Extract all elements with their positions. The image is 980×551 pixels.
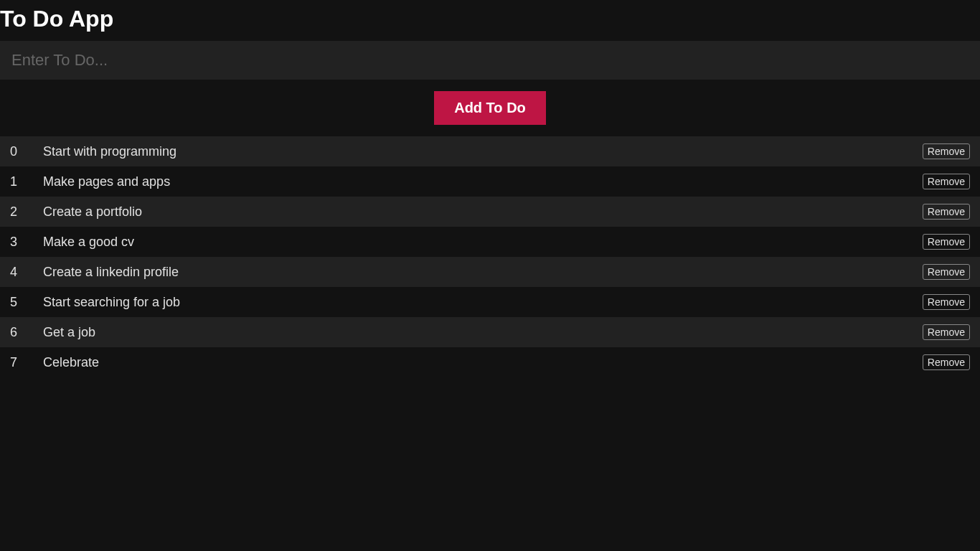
list-item: 2Create a portfolioRemove — [0, 197, 980, 227]
list-item: 5Start searching for a jobRemove — [0, 287, 980, 317]
list-item: 0Start with programmingRemove — [0, 136, 980, 166]
todo-input-container — [0, 41, 980, 80]
todo-text: Make a good cv — [43, 235, 923, 250]
todo-index: 2 — [10, 204, 43, 220]
todo-text: Start with programming — [43, 144, 923, 159]
remove-button[interactable]: Remove — [923, 204, 970, 220]
todo-index: 6 — [10, 325, 43, 340]
todo-index: 4 — [10, 265, 43, 280]
todo-text: Make pages and apps — [43, 174, 923, 189]
page-title: To Do App — [0, 0, 980, 41]
remove-button[interactable]: Remove — [923, 234, 970, 250]
todo-text: Start searching for a job — [43, 295, 923, 310]
todo-text: Create a linkedin profile — [43, 265, 923, 280]
todo-input[interactable] — [0, 41, 980, 80]
todo-text: Celebrate — [43, 355, 923, 370]
remove-button[interactable]: Remove — [923, 174, 970, 189]
list-item: 4Create a linkedin profileRemove — [0, 257, 980, 287]
add-todo-button[interactable]: Add To Do — [434, 91, 546, 125]
todo-index: 7 — [10, 355, 43, 370]
todo-text: Get a job — [43, 325, 923, 340]
list-item: 6Get a jobRemove — [0, 317, 980, 347]
todo-index: 1 — [10, 174, 43, 189]
remove-button[interactable]: Remove — [923, 264, 970, 280]
todo-text: Create a portfolio — [43, 204, 923, 220]
remove-button[interactable]: Remove — [923, 324, 970, 340]
list-item: 7CelebrateRemove — [0, 347, 980, 377]
remove-button[interactable]: Remove — [923, 354, 970, 370]
remove-button[interactable]: Remove — [923, 294, 970, 310]
todo-list: 0Start with programmingRemove1Make pages… — [0, 136, 980, 377]
list-item: 3Make a good cvRemove — [0, 227, 980, 257]
add-button-container: Add To Do — [0, 80, 980, 136]
list-item: 1Make pages and appsRemove — [0, 166, 980, 197]
remove-button[interactable]: Remove — [923, 143, 970, 159]
todo-index: 0 — [10, 144, 43, 159]
todo-index: 5 — [10, 295, 43, 310]
todo-index: 3 — [10, 235, 43, 250]
